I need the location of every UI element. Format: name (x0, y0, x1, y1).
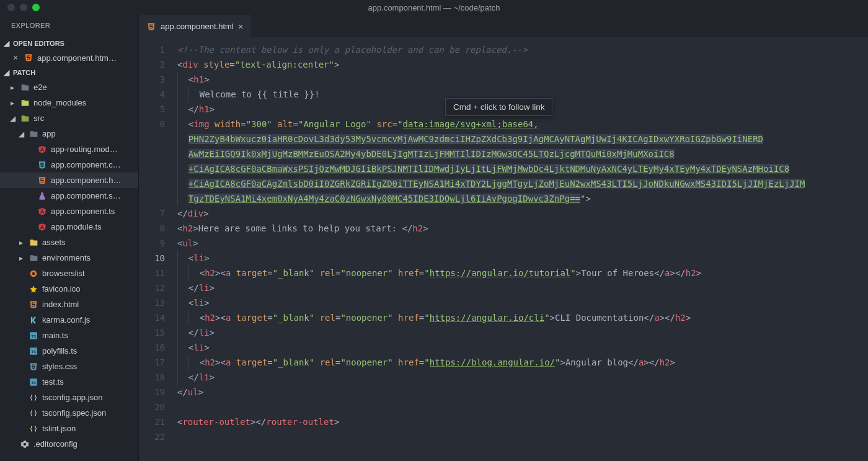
line-number: 18 (143, 370, 165, 385)
angular-icon (37, 207, 47, 216)
tree-file[interactable]: favicon.ico (0, 281, 138, 297)
line-number (143, 146, 165, 161)
zoom-window-dot[interactable] (32, 4, 40, 11)
tree-file[interactable]: app.component.s… (0, 188, 138, 204)
line-number: 20 (143, 400, 165, 414)
code-line[interactable]: </li> (177, 280, 868, 295)
ts-icon: TS (29, 331, 38, 340)
code-line[interactable] (177, 400, 868, 414)
close-icon[interactable]: × (11, 53, 20, 63)
tree-file[interactable]: TSmain.ts (0, 328, 138, 343)
tree-item-label: app.component.h… (51, 176, 121, 185)
svg-point-1 (32, 272, 35, 275)
tree-item-label: index.html (42, 300, 79, 309)
code-line[interactable]: <h2><a target="_blank" rel="noopener" hr… (177, 355, 868, 370)
html5-icon (37, 176, 47, 185)
svg-text:TS: TS (32, 334, 37, 338)
workspace-header[interactable]: ◢ PATCH (0, 65, 138, 79)
code-line[interactable]: <!--The content below is only a placehol… (177, 42, 868, 57)
code-line[interactable]: <ul> (177, 236, 868, 251)
tree-file[interactable]: .editorconfig (0, 436, 138, 452)
code-line[interactable]: </li> (177, 370, 868, 385)
chevron-down-icon: ◢ (9, 114, 16, 123)
tree-file[interactable]: tsconfig.app.json (0, 390, 138, 405)
minimize-window-dot[interactable] (20, 4, 27, 11)
code-line[interactable]: <img width="300" alt="Angular Logo" src=… (177, 117, 868, 132)
tab-label: app.component.html (161, 22, 234, 31)
line-number: 4 (143, 87, 165, 102)
code-line[interactable]: </ul> (177, 385, 868, 400)
tree-folder[interactable]: ▸node_modules (0, 95, 138, 110)
line-number: 15 (143, 325, 165, 340)
tree-file[interactable]: TSpolyfills.ts (0, 343, 138, 359)
angular-icon (37, 223, 47, 231)
chevron-down-icon: ◢ (2, 39, 11, 48)
tree-item-label: tslint.json (42, 424, 76, 433)
code-line[interactable]: +CiAgICA8cGF0aCAgZmlsbD0iI0ZGRkZGRiIgZD0… (177, 176, 868, 191)
tree-folder[interactable]: ◢src (0, 110, 138, 126)
code-line[interactable]: PHN2ZyB4bWxucz0iaHR0cDovL3d3dy53My5vcmcv… (177, 132, 868, 146)
tree-folder[interactable]: ▸e2e (0, 79, 138, 95)
angular-icon (37, 145, 47, 154)
code-line[interactable]: <h2><a target="_blank" rel="noopener" hr… (177, 266, 868, 280)
code-line[interactable]: </li> (177, 325, 868, 340)
tree-file[interactable]: tsconfig.spec.json (0, 405, 138, 421)
code-line[interactable]: <li> (177, 251, 868, 266)
tree-file[interactable]: app.component.c… (0, 157, 138, 172)
tree-file[interactable]: styles.css (0, 359, 138, 374)
line-number: 13 (143, 295, 165, 310)
code-line[interactable]: +CiAgICA8cGF0aCBmaWxsPSIjQzMwMDJGIiBkPSJ… (177, 161, 868, 176)
tree-file[interactable]: app.component.ts (0, 204, 138, 219)
tree-file[interactable]: app-routing.mod… (0, 141, 138, 157)
line-number: 10 (143, 251, 165, 266)
line-number (143, 132, 165, 146)
line-number-gutter: 123456 78910111213141516171819202122 (139, 37, 174, 461)
tree-file[interactable]: index.html (0, 297, 138, 312)
code-line[interactable]: <li> (177, 340, 868, 355)
gear-icon (20, 440, 30, 449)
folder-icon (29, 130, 38, 138)
code-line[interactable]: <h2>Here are some links to help you star… (177, 221, 868, 236)
tree-file[interactable]: app.module.ts (0, 219, 138, 235)
code-line[interactable]: </div> (177, 206, 868, 221)
code-line[interactable]: <h2><a target="_blank" rel="noopener" hr… (177, 310, 868, 325)
tree-folder[interactable]: ◢app (0, 126, 138, 141)
close-icon[interactable]: × (238, 21, 244, 32)
tree-item-label: app (42, 129, 56, 138)
tree-file[interactable]: browserslist (0, 266, 138, 281)
star-icon (29, 285, 38, 293)
line-number: 19 (143, 385, 165, 400)
explorer-sidebar: EXPLORER ◢ OPEN EDITORS ×app.component.h… (0, 15, 138, 461)
tree-folder[interactable]: ▸assets (0, 235, 138, 250)
tree-file[interactable]: karma.conf.js (0, 312, 138, 328)
json-icon (29, 424, 38, 433)
chevron-right-icon: ▸ (17, 238, 25, 247)
window-title: app.component.html — ~/code/patch (0, 3, 868, 12)
tree-item-label: browserslist (42, 269, 85, 278)
open-editors-header[interactable]: ◢ OPEN EDITORS (0, 36, 138, 50)
code-line[interactable]: <h1> (177, 72, 868, 87)
link-hover-tooltip: Cmd + click to follow link (445, 98, 552, 116)
open-editors-label: OPEN EDITORS (13, 40, 64, 47)
tree-file[interactable]: TStest.ts (0, 374, 138, 390)
code-line[interactable]: TgzTDEyNSA1Mi4xem0xNyA4My4zaC0zNGwxNy00M… (177, 191, 868, 206)
code-line[interactable]: <li> (177, 295, 868, 310)
chevron-down-icon: ◢ (2, 68, 11, 77)
open-editor-item[interactable]: ×app.component.htm… (0, 50, 138, 65)
close-window-dot[interactable] (7, 4, 15, 11)
code-line[interactable] (177, 429, 868, 444)
tree-folder[interactable]: ▸environments (0, 250, 138, 266)
folder-ng-icon (20, 114, 30, 123)
line-number: 11 (143, 266, 165, 280)
chevron-right-icon: ▸ (9, 83, 16, 92)
window-titlebar: app.component.html — ~/code/patch (0, 0, 868, 15)
tree-file[interactable]: tslint.json (0, 421, 138, 436)
tab-app-component-html[interactable]: app.component.html × (139, 15, 251, 37)
code-line[interactable]: AwMzEiIGQ9Ik0xMjUgMzBMMzEuOSA2My4ybDE0Lj… (177, 146, 868, 161)
code-line[interactable]: <div style="text-align:center"> (177, 57, 868, 72)
ts-icon: TS (29, 378, 38, 387)
tree-file[interactable]: app.component.h… (0, 172, 138, 188)
line-number: 8 (143, 221, 165, 236)
code-line[interactable]: <router-outlet></router-outlet> (177, 414, 868, 429)
tree-item-label: environments (42, 253, 91, 262)
